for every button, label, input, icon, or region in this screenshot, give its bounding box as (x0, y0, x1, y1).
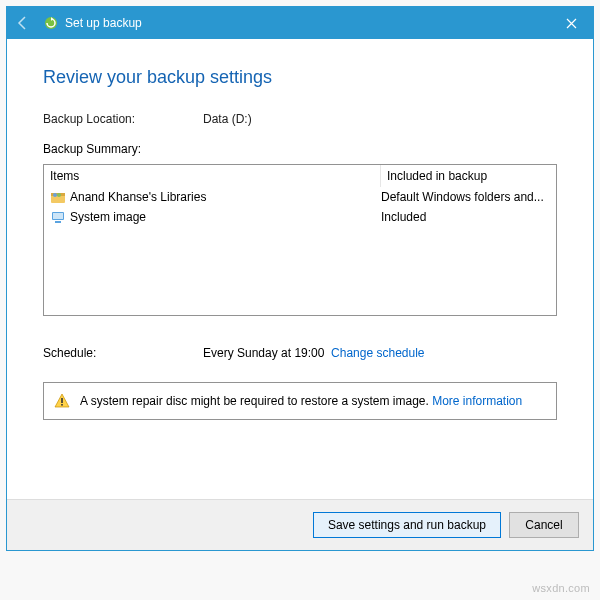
system-image-icon (50, 209, 66, 225)
row-included: Included (381, 210, 550, 224)
change-schedule-link[interactable]: Change schedule (331, 346, 424, 360)
watermark: wsxdn.com (532, 582, 590, 594)
backup-summary-table: Items Included in backup Anand Khanse's … (43, 164, 557, 316)
svg-rect-6 (53, 213, 63, 219)
svg-point-3 (53, 193, 57, 197)
schedule-value: Every Sunday at 19:00 (203, 346, 324, 360)
row-included: Default Windows folders and... (381, 190, 550, 204)
close-button[interactable] (549, 7, 593, 39)
row-item: Anand Khanse's Libraries (70, 190, 206, 204)
column-items[interactable]: Items (44, 165, 381, 187)
schedule-label: Schedule: (43, 346, 203, 360)
warning-icon (54, 393, 70, 409)
backup-location-row: Backup Location: Data (D:) (43, 112, 557, 126)
content-area: Review your backup settings Backup Locat… (7, 39, 593, 499)
backup-location-label: Backup Location: (43, 112, 203, 126)
more-information-link[interactable]: More information (432, 394, 522, 408)
backup-app-icon (43, 15, 59, 31)
page-heading: Review your backup settings (43, 67, 557, 88)
svg-point-4 (57, 193, 61, 197)
cancel-button[interactable]: Cancel (509, 512, 579, 538)
table-header: Items Included in backup (44, 165, 556, 187)
svg-rect-7 (55, 221, 61, 223)
warning-box: A system repair disc might be required t… (43, 382, 557, 420)
titlebar: Set up backup (7, 7, 593, 39)
window-title: Set up backup (65, 16, 142, 30)
back-button[interactable] (9, 9, 37, 37)
libraries-icon (50, 189, 66, 205)
table-row[interactable]: Anand Khanse's Libraries Default Windows… (44, 187, 556, 207)
backup-location-value: Data (D:) (203, 112, 252, 126)
schedule-row: Schedule: Every Sunday at 19:00 Change s… (43, 346, 557, 360)
footer-buttons: Save settings and run backup Cancel (7, 499, 593, 550)
column-included[interactable]: Included in backup (381, 165, 556, 187)
backup-settings-window: Set up backup Review your backup setting… (6, 6, 594, 551)
svg-rect-9 (61, 404, 63, 406)
save-and-run-button[interactable]: Save settings and run backup (313, 512, 501, 538)
backup-summary-label: Backup Summary: (43, 142, 557, 156)
svg-rect-8 (61, 398, 63, 403)
row-item: System image (70, 210, 146, 224)
table-row[interactable]: System image Included (44, 207, 556, 227)
warning-text: A system repair disc might be required t… (80, 394, 522, 408)
